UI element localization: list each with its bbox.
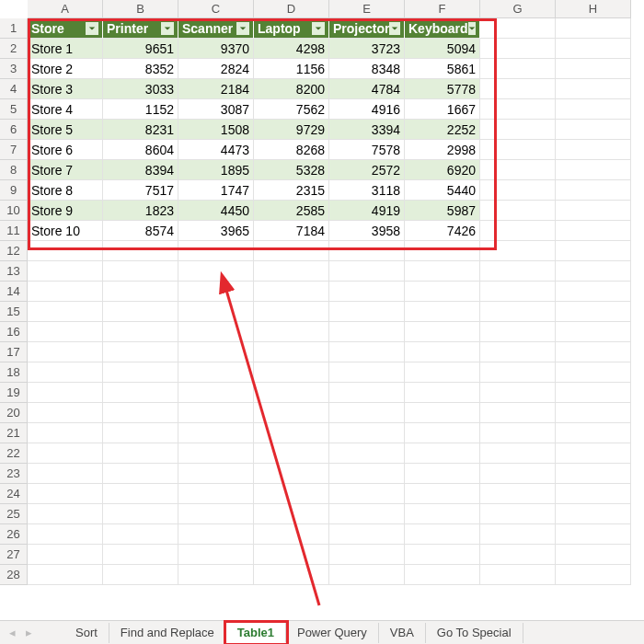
cell-C18[interactable] (178, 362, 254, 383)
cell-H17[interactable] (556, 342, 631, 362)
cell-F25[interactable] (405, 504, 480, 524)
cell-C11[interactable]: 3965 (178, 221, 254, 241)
row-header-4[interactable]: 4 (0, 79, 28, 99)
row-header-16[interactable]: 16 (0, 322, 28, 342)
cell-G17[interactable] (480, 342, 556, 362)
cell-H8[interactable] (556, 160, 631, 180)
cell-F18[interactable] (405, 362, 480, 383)
cell-E25[interactable] (329, 504, 405, 524)
cell-H5[interactable] (556, 99, 631, 120)
row-header-6[interactable]: 6 (0, 120, 28, 140)
cell-F10[interactable]: 5987 (405, 201, 480, 221)
cell-G25[interactable] (480, 504, 556, 524)
row-header-22[interactable]: 22 (0, 443, 28, 464)
cell-B15[interactable] (103, 302, 178, 322)
cell-D3[interactable]: 1156 (254, 59, 329, 79)
cell-C21[interactable] (178, 423, 254, 443)
cell-D18[interactable] (254, 362, 329, 383)
cell-B11[interactable]: 8574 (103, 221, 178, 241)
cell-H13[interactable] (556, 261, 631, 282)
sheet-tab-go-to-special[interactable]: Go To Special (426, 623, 523, 643)
cell-C13[interactable] (178, 261, 254, 282)
sheet-tab-sort[interactable]: Sort (64, 623, 109, 643)
cell-H24[interactable] (556, 484, 631, 504)
cell-E9[interactable]: 3118 (329, 180, 405, 201)
filter-dropdown-icon[interactable] (86, 22, 98, 35)
cell-G9[interactable] (480, 180, 556, 201)
cell-H11[interactable] (556, 221, 631, 241)
cell-A14[interactable] (28, 282, 103, 302)
sheet-tab-table1[interactable]: Table1 (226, 623, 286, 643)
cell-C9[interactable]: 1747 (178, 180, 254, 201)
cell-F17[interactable] (405, 342, 480, 362)
cell-D26[interactable] (254, 524, 329, 545)
cell-F15[interactable] (405, 302, 480, 322)
cell-C14[interactable] (178, 282, 254, 302)
row-header-26[interactable]: 26 (0, 524, 28, 545)
filter-dropdown-icon[interactable] (312, 22, 325, 35)
cell-D13[interactable] (254, 261, 329, 282)
cell-F28[interactable] (405, 565, 480, 585)
cell-F26[interactable] (405, 524, 480, 545)
cell-H14[interactable] (556, 282, 631, 302)
cell-E20[interactable] (329, 403, 405, 423)
cell-D9[interactable]: 2315 (254, 180, 329, 201)
cell-F6[interactable]: 2252 (405, 120, 480, 140)
cell-A27[interactable] (28, 545, 103, 565)
cell-A18[interactable] (28, 362, 103, 383)
cell-C7[interactable]: 4473 (178, 140, 254, 160)
cell-H2[interactable] (556, 39, 631, 59)
cell-A8[interactable]: Store 7 (28, 160, 103, 180)
cell-C26[interactable] (178, 524, 254, 545)
cell-A7[interactable]: Store 6 (28, 140, 103, 160)
filter-dropdown-icon[interactable] (161, 22, 174, 35)
cell-G15[interactable] (480, 302, 556, 322)
tab-nav-prev[interactable]: ◂ (4, 626, 20, 639)
cell-G11[interactable] (480, 221, 556, 241)
cell-B19[interactable] (103, 383, 178, 403)
row-header-7[interactable]: 7 (0, 140, 28, 160)
cell-E16[interactable] (329, 322, 405, 342)
cell-E4[interactable]: 4784 (329, 79, 405, 99)
cell-C23[interactable] (178, 464, 254, 484)
cell-G18[interactable] (480, 362, 556, 383)
cell-B8[interactable]: 8394 (103, 160, 178, 180)
cell-A12[interactable] (28, 241, 103, 261)
cell-D8[interactable]: 5328 (254, 160, 329, 180)
cell-F7[interactable]: 2998 (405, 140, 480, 160)
cell-E15[interactable] (329, 302, 405, 322)
cell-E12[interactable] (329, 241, 405, 261)
row-header-3[interactable]: 3 (0, 59, 28, 79)
cell-G12[interactable] (480, 241, 556, 261)
cell-E22[interactable] (329, 443, 405, 464)
cell-G7[interactable] (480, 140, 556, 160)
cell-B6[interactable]: 8231 (103, 120, 178, 140)
cell-E8[interactable]: 2572 (329, 160, 405, 180)
row-header-23[interactable]: 23 (0, 464, 28, 484)
cell-E3[interactable]: 8348 (329, 59, 405, 79)
cell-C17[interactable] (178, 342, 254, 362)
cell-G6[interactable] (480, 120, 556, 140)
cell-A23[interactable] (28, 464, 103, 484)
cell-D6[interactable]: 9729 (254, 120, 329, 140)
filter-dropdown-icon[interactable] (468, 22, 476, 35)
cell-E24[interactable] (329, 484, 405, 504)
cell-G13[interactable] (480, 261, 556, 282)
cell-F23[interactable] (405, 464, 480, 484)
cell-F3[interactable]: 5861 (405, 59, 480, 79)
cell-F13[interactable] (405, 261, 480, 282)
cell-A4[interactable]: Store 3 (28, 79, 103, 99)
cell-C27[interactable] (178, 545, 254, 565)
cell-F16[interactable] (405, 322, 480, 342)
cell-G1[interactable] (480, 18, 556, 39)
cell-E26[interactable] (329, 524, 405, 545)
cell-D5[interactable]: 7562 (254, 99, 329, 120)
cell-B13[interactable] (103, 261, 178, 282)
row-header-28[interactable]: 28 (0, 565, 28, 585)
cell-H23[interactable] (556, 464, 631, 484)
cell-E27[interactable] (329, 545, 405, 565)
row-header-8[interactable]: 8 (0, 160, 28, 180)
cell-B16[interactable] (103, 322, 178, 342)
cell-D17[interactable] (254, 342, 329, 362)
cell-C15[interactable] (178, 302, 254, 322)
